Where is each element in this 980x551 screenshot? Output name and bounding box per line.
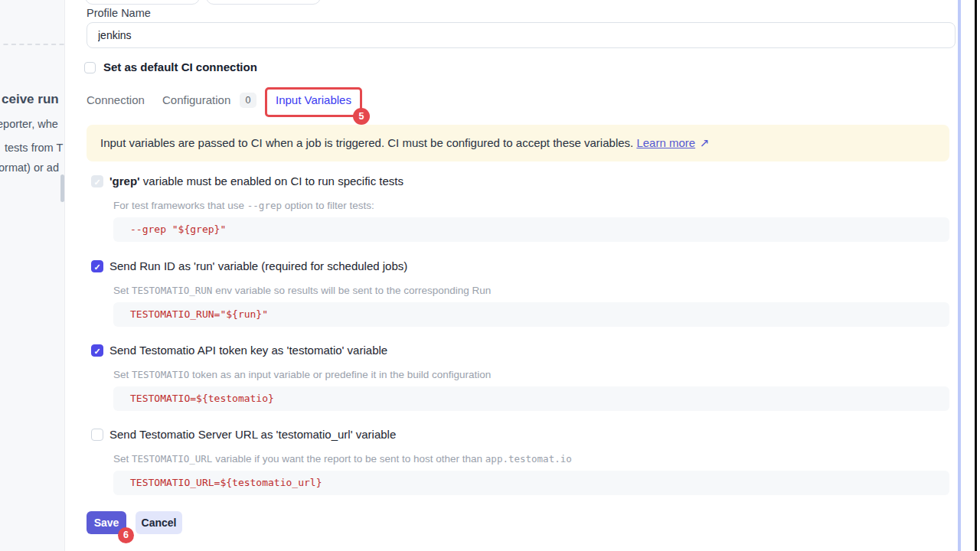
sidebar-text-fragment: tests from T [5, 142, 63, 154]
variable-checkbox[interactable]: ✓ [91, 260, 103, 272]
variable-section: ✓ Send Testomatio API token key as 'test… [87, 344, 949, 420]
variable-helper-text: Set TESTOMATIO token as an input variabl… [113, 369, 491, 380]
tab-configuration[interactable]: Configuration [162, 93, 230, 106]
variable-code: TESTOMATIO_URL=${testomatio_url} [113, 471, 949, 495]
variable-helper-text: Set TESTOMATIO_URL variable if you want … [113, 453, 572, 465]
variable-code: TESTOMATIO=${testomatio} [113, 386, 949, 411]
info-banner: Input variables are passed to CI when a … [87, 125, 949, 161]
sidebar-text-fragment: ormat) or ad [0, 161, 59, 174]
cancel-button[interactable]: Cancel [136, 511, 182, 534]
variable-code: TESTOMATIO_RUN="${run}" [113, 302, 949, 327]
configuration-count-badge: 0 [240, 93, 256, 108]
variable-section: ✓ 'grep' variable must be enabled on CI … [87, 174, 949, 251]
variable-label: 'grep' variable must be enabled on CI to… [109, 174, 403, 187]
page-scrollbar[interactable] [958, 0, 961, 551]
variable-code-block: TESTOMATIO_RUN="${run}" [113, 302, 949, 327]
info-banner-text: Input variables are passed to CI when a … [100, 136, 636, 149]
variable-checkbox[interactable]: ✓ [91, 344, 103, 357]
variable-label: Send Testomatio API token key as 'testom… [109, 344, 387, 357]
sidebar-text-fragment: eporter, whe [0, 118, 58, 130]
variable-helper-text: For test frameworks that use --grep opti… [113, 200, 374, 211]
variable-section: ✓ Send Run ID as 'run' variable (require… [87, 259, 949, 336]
external-link-icon: ↗ [700, 125, 710, 161]
checkmark-icon: ✓ [92, 176, 103, 188]
cutoff-select-field[interactable] [206, 0, 321, 5]
variable-helper-text: Set TESTOMATIO_RUN env variable so resul… [113, 285, 491, 296]
variable-code: --grep "${grep}" [113, 217, 949, 242]
checkmark-icon: ✓ [92, 261, 103, 273]
profile-name-label: Profile Name [87, 7, 151, 19]
sidebar-scrollbar-thumb[interactable] [60, 174, 64, 202]
variable-code-block: TESTOMATIO_URL=${testomatio_url} [113, 471, 949, 495]
profile-name-input[interactable] [87, 22, 956, 48]
checkmark-icon: ✓ [92, 345, 103, 357]
variable-label: Send Testomatio Server URL as 'testomati… [109, 428, 396, 441]
variable-checkbox[interactable]: ✓ [91, 429, 103, 441]
tab-connection[interactable]: Connection [87, 93, 145, 106]
learn-more-link[interactable]: Learn more [636, 136, 695, 149]
variable-label: Send Run ID as 'run' variable (required … [109, 259, 407, 272]
dashed-divider [0, 44, 65, 45]
sidebar-text-fragment: ceive run [2, 92, 59, 107]
tutorial-highlight-box [265, 87, 362, 117]
background-sidebar: ceive run eporter, whe tests from T orma… [0, 0, 65, 551]
default-ci-checkbox-label: Set as default CI connection [103, 60, 257, 73]
variable-section: ✓ Send Testomatio Server URL as 'testoma… [87, 428, 949, 504]
cutoff-select-field[interactable] [85, 0, 200, 5]
variable-code-block: TESTOMATIO=${testomatio} [113, 386, 949, 411]
tutorial-step-badge: 6 [118, 527, 134, 543]
variable-checkbox: ✓ [91, 175, 103, 187]
default-ci-checkbox[interactable] [84, 62, 96, 73]
ci-settings-panel: Profile Name Set as default CI connectio… [65, 0, 958, 551]
tutorial-step-badge: 5 [353, 108, 370, 125]
window-edge-line [975, 0, 977, 551]
variable-code-block: --grep "${grep}" [113, 217, 949, 242]
